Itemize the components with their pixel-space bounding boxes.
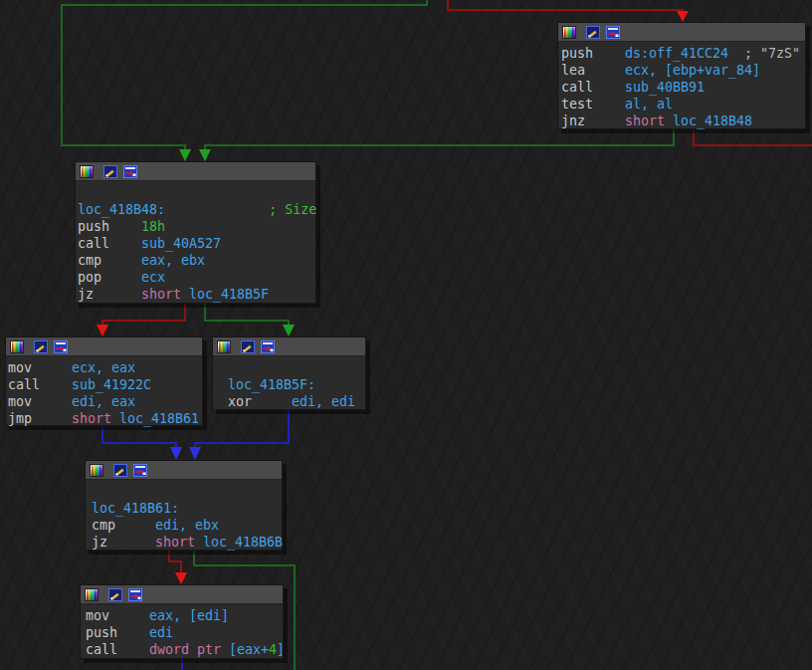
node-title-bar[interactable] — [213, 337, 365, 356]
edge-red-top-entry-arrow — [677, 11, 689, 22]
asm-row: calldword ptr [eax+4] — [86, 641, 283, 658]
asm-row: movecx, eax — [8, 359, 202, 376]
edit-comment-icon[interactable] — [108, 588, 122, 601]
node-title-bar[interactable] — [81, 585, 283, 604]
asm-row — [92, 483, 282, 500]
graph-node-virtual-call[interactable]: moveax, [edi]pushedicalldword ptr [eax+4… — [80, 584, 284, 659]
graph-node-call-sub_41922C[interactable]: movecx, eaxcallsub_41922Cmovedi, eaxjmps… — [5, 336, 203, 426]
asm-seg: ecx, [ebp+var_84] — [625, 63, 760, 78]
asm-seg: dword ptr — [149, 642, 229, 657]
node-code: pushds:off_41CC24 ; "7zS"leaecx, [ebp+va… — [558, 42, 805, 129]
asm-seg: mov — [8, 393, 72, 410]
asm-seg: short — [141, 287, 189, 302]
edge-jnz-taken-green-arrow — [199, 149, 211, 161]
asm-row: popecx — [78, 269, 315, 286]
edge-jmp-blue-arrow — [170, 447, 182, 460]
asm-seg: loc_418B6B — [203, 535, 283, 550]
node-color-icon[interactable] — [90, 464, 103, 477]
edge-red-fallthrough-right — [694, 129, 812, 145]
asm-seg: push — [561, 45, 625, 62]
group-node-icon[interactable] — [54, 340, 68, 353]
edge-jz-taken-green-arrow — [283, 325, 295, 336]
edit-comment-icon[interactable] — [113, 464, 127, 477]
node-title-bar[interactable] — [558, 23, 805, 42]
asm-seg: loc_418B61 — [119, 411, 199, 426]
node-color-icon[interactable] — [80, 165, 94, 178]
asm-seg: jz — [78, 286, 141, 303]
asm-seg: [eax+ — [229, 642, 269, 657]
asm-seg: push — [86, 624, 149, 641]
asm-seg: loc_418B48 — [673, 113, 752, 128]
asm-seg: jz — [92, 534, 155, 551]
node-code: loc_418B5F:xoredi, edi — [213, 356, 365, 410]
asm-seg: pop — [78, 269, 141, 286]
asm-seg: sub_40A527 — [141, 236, 221, 251]
asm-row: loc_418B61: — [92, 500, 282, 517]
group-node-icon[interactable] — [133, 464, 147, 477]
edge-jz-nottaken-red-2 — [169, 551, 181, 573]
asm-seg: ds:off_41CC24 — [625, 46, 728, 61]
asm-row: movedi, eax — [8, 393, 202, 410]
asm-seg: ; "7zS" — [728, 46, 800, 61]
asm-row: jnzshort loc_418B48 — [561, 112, 805, 129]
asm-row: cmpedi, ebx — [92, 517, 282, 534]
asm-seg: cmp — [78, 252, 141, 269]
node-color-icon[interactable] — [217, 340, 231, 353]
asm-row: pushds:off_41CC24 ; "7zS" — [561, 45, 805, 62]
asm-row: pushedi — [86, 624, 283, 641]
edge-jz-taken-green — [205, 304, 289, 326]
node-title-bar[interactable] — [6, 337, 202, 356]
asm-seg: edi, eax — [72, 394, 135, 409]
asm-seg: jnz — [561, 112, 625, 129]
node-code: loc_418B61:cmpedi, ebxjzshort loc_418B6B — [86, 480, 282, 551]
group-node-icon[interactable] — [123, 165, 137, 178]
asm-seg: edi — [149, 625, 173, 640]
edit-comment-icon[interactable] — [103, 165, 117, 178]
asm-seg: loc_418B61: — [92, 501, 179, 516]
node-title-bar[interactable] — [86, 461, 282, 480]
node-code: loc_418B48: ; Sizepush18hcallsub_40A527c… — [76, 181, 315, 303]
edge-green-loop-entry-arrow — [179, 149, 191, 161]
node-code: moveax, [edi]pushedicalldword ptr [eax+4… — [81, 604, 283, 658]
asm-seg: sub_40BB91 — [625, 80, 705, 95]
node-title-bar[interactable] — [76, 162, 315, 181]
group-node-icon[interactable] — [261, 340, 275, 353]
asm-seg: ] — [277, 642, 285, 657]
asm-row: cmpeax, ebx — [78, 252, 315, 269]
asm-row — [228, 359, 365, 376]
node-code: movecx, eaxcallsub_41922Cmovedi, eaxjmps… — [6, 356, 202, 427]
asm-seg: eax, ebx — [141, 253, 205, 268]
graph-node-push-7zs[interactable]: pushds:off_41CC24 ; "7zS"leaecx, [ebp+va… — [557, 22, 806, 129]
edge-jnz-taken-green — [205, 129, 674, 150]
asm-seg: ; Size — [165, 202, 316, 217]
asm-seg: short — [155, 535, 203, 550]
asm-row: moveax, [edi] — [86, 607, 283, 624]
asm-seg: cmp — [92, 517, 155, 534]
edit-comment-icon[interactable] — [241, 340, 255, 353]
asm-seg: call — [86, 641, 149, 658]
edge-jz-nottaken-red — [102, 304, 185, 326]
graph-node-loc_418B5F[interactable]: loc_418B5F:xoredi, edi — [212, 336, 366, 410]
asm-seg: mov — [8, 359, 72, 376]
asm-row — [78, 184, 315, 201]
asm-seg: mov — [86, 607, 149, 624]
edit-comment-icon[interactable] — [586, 26, 600, 39]
edge-jmp-blue — [102, 426, 176, 448]
asm-seg: ecx, eax — [72, 360, 135, 375]
graph-canvas[interactable]: pushds:off_41CC24 ; "7zS"leaecx, [ebp+va… — [0, 0, 812, 670]
graph-node-loc_418B61[interactable]: loc_418B61:cmpedi, ebxjzshort loc_418B6B — [85, 460, 283, 551]
asm-seg: edi, edi — [292, 394, 355, 409]
group-node-icon[interactable] — [606, 26, 620, 39]
asm-seg: lea — [561, 62, 625, 79]
group-node-icon[interactable] — [128, 588, 142, 601]
node-color-icon[interactable] — [562, 26, 576, 39]
node-color-icon[interactable] — [10, 340, 24, 353]
graph-node-loc_418B48[interactable]: loc_418B48: ; Sizepush18hcallsub_40A527c… — [75, 161, 316, 304]
edit-comment-icon[interactable] — [34, 340, 48, 353]
asm-seg: sub_41922C — [72, 377, 151, 392]
asm-seg: test — [561, 96, 625, 112]
asm-seg: xor — [228, 393, 292, 410]
edge-jz-nottaken-red-2-arrow — [175, 572, 187, 584]
asm-row: leaecx, [ebp+var_84] — [561, 62, 805, 79]
node-color-icon[interactable] — [85, 588, 99, 601]
